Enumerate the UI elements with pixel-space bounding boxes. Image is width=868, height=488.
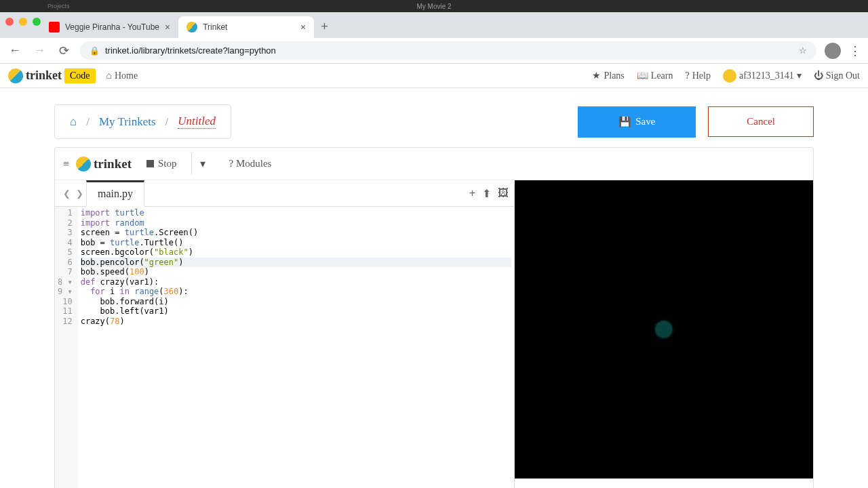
trinket-logo-icon [76, 157, 91, 171]
home-label: Home [115, 70, 138, 81]
output-footer [515, 479, 813, 488]
profile-avatar[interactable] [825, 43, 841, 59]
help-icon: ? [685, 70, 689, 81]
browser-tab-trinket[interactable]: Trinket × [178, 16, 314, 38]
ide-toolbar: ≡ trinket Stop ▾ ? Modules [55, 148, 813, 180]
cancel-button[interactable]: Cancel [708, 106, 814, 137]
breadcrumb: ⌂ / My Trinkets / Untitled [54, 104, 231, 139]
lock-icon: 🔒 [90, 46, 100, 56]
ide-container: ≡ trinket Stop ▾ ? Modules ❮ ❯ main.py + [54, 147, 814, 488]
breadcrumb-separator: / [86, 115, 90, 129]
site-header: trinket Code ⌂ Home ★Plans 📖Learn ?Help … [0, 64, 868, 88]
ide-logo[interactable]: trinket [76, 157, 132, 171]
trinket-favicon [186, 22, 197, 33]
back-button[interactable]: ← [7, 43, 23, 59]
stop-button[interactable]: Stop [138, 154, 185, 174]
user-menu[interactable]: af31213_3141▾ [723, 69, 802, 83]
help-link[interactable]: ?Help [685, 70, 710, 81]
code-badge: Code [64, 68, 96, 83]
browser-tab-youtube[interactable]: Veggie Piranha - YouTube × [41, 16, 178, 38]
reload-button[interactable]: ⟳ [56, 43, 72, 59]
os-titlebar: Projects My Movie 2 [0, 0, 868, 12]
home-link[interactable]: ⌂ Home [106, 70, 138, 81]
breadcrumb-separator: / [165, 115, 169, 129]
os-window-title: My Movie 2 [416, 3, 451, 10]
file-tab-main[interactable]: main.py [86, 180, 144, 207]
url-field[interactable]: 🔒 trinket.io/library/trinkets/create?lan… [80, 41, 816, 60]
close-window[interactable] [5, 18, 14, 26]
home-icon: ⌂ [106, 70, 112, 81]
tab-label: Trinket [203, 22, 295, 32]
close-tab-icon[interactable]: × [300, 22, 306, 33]
star-icon: ★ [592, 70, 601, 81]
tab-label: Veggie Piranha - YouTube [65, 22, 159, 32]
trinket-logo[interactable]: trinket [8, 68, 62, 83]
user-avatar-icon [723, 69, 736, 83]
browser-menu-icon[interactable]: ⋮ [849, 43, 861, 58]
plans-link[interactable]: ★Plans [592, 70, 624, 81]
os-item-projects: Projects [47, 3, 70, 9]
modules-button[interactable]: ? Modules [220, 154, 279, 174]
trinket-logo-icon [8, 68, 23, 83]
bookmark-star-icon[interactable]: ☆ [799, 45, 807, 56]
turtle-graphics [515, 180, 813, 479]
turtle-canvas [515, 180, 813, 479]
save-icon: 💾 [618, 116, 631, 128]
browser-tab-strip: Veggie Piranha - YouTube × Trinket × + [0, 12, 868, 38]
code-editor[interactable]: 12345678 ▾9 ▾101112 import turtleimport … [55, 207, 514, 488]
menu-icon[interactable]: ≡ [63, 158, 69, 170]
upload-file-icon[interactable]: ⬆ [482, 187, 491, 200]
address-bar: ← → ⟳ 🔒 trinket.io/library/trinkets/crea… [0, 38, 868, 64]
maximize-window[interactable] [33, 18, 41, 26]
stop-icon [146, 160, 154, 167]
breadcrumb-home-icon[interactable]: ⌂ [70, 115, 77, 129]
file-tab-row: ❮ ❯ main.py + ⬆ 🖼 [55, 180, 514, 207]
brand-text: trinket [26, 68, 62, 83]
minimize-window[interactable] [19, 18, 27, 26]
youtube-favicon [49, 22, 60, 33]
signout-icon: ⏻ [814, 70, 823, 81]
url-text: trinket.io/library/trinkets/create?lang=… [105, 45, 793, 56]
ide-brand-text: trinket [94, 157, 132, 171]
save-button[interactable]: 💾Save [578, 106, 696, 138]
forward-button[interactable]: → [31, 43, 47, 59]
image-library-icon[interactable]: 🖼 [498, 187, 509, 200]
question-icon: ? [229, 158, 233, 169]
add-file-icon[interactable]: + [469, 187, 475, 200]
chevron-down-icon: ▾ [797, 70, 802, 81]
line-gutter: 12345678 ▾9 ▾101112 [55, 207, 78, 488]
close-tab-icon[interactable]: × [165, 22, 170, 33]
next-file-icon[interactable]: ❯ [73, 186, 86, 201]
breadcrumb-my-trinkets[interactable]: My Trinkets [99, 115, 156, 129]
breadcrumb-title[interactable]: Untitled [178, 115, 216, 129]
editor-pane: ❮ ❯ main.py + ⬆ 🖼 12345678 ▾9 ▾101112 im… [55, 180, 515, 488]
prev-file-icon[interactable]: ❮ [60, 186, 73, 201]
book-icon: 📖 [637, 70, 648, 81]
code-lines[interactable]: import turtleimport randomscreen = turtl… [78, 207, 514, 488]
signout-link[interactable]: ⏻Sign Out [814, 70, 860, 81]
output-pane [515, 180, 813, 488]
new-tab-button[interactable]: + [314, 16, 335, 38]
window-controls [5, 18, 41, 26]
run-options-dropdown[interactable]: ▾ [191, 153, 214, 174]
learn-link[interactable]: 📖Learn [637, 70, 673, 81]
